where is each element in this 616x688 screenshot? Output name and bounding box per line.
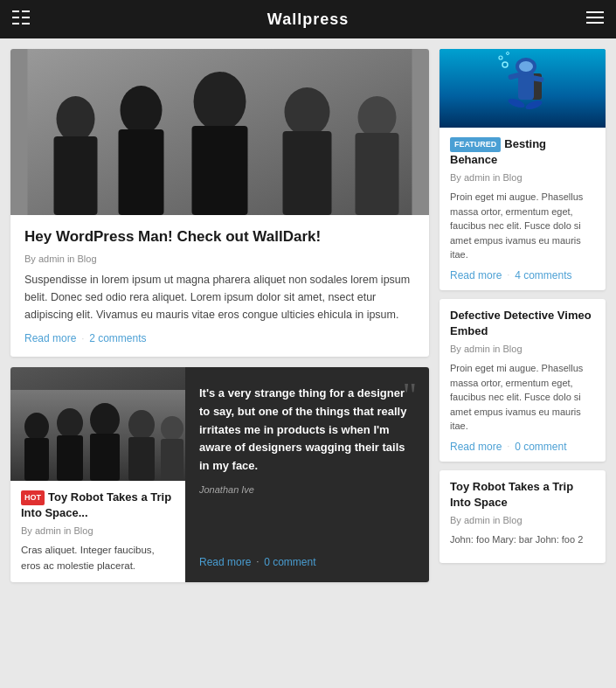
right-card-2-excerpt: Proin eget mi augue. Phasellus massa ort… [450, 361, 595, 434]
svg-point-38 [519, 61, 533, 72]
header: Wallpress [0, 0, 616, 38]
right-card-3-body: Toy Robot Takes a Trip Into Space By adm… [440, 470, 606, 563]
quote-text: It's a very strange thing for a designer… [199, 385, 415, 476]
video-card: 🔊 HOTToy Robot Takes a Trip Into Space..… [10, 367, 185, 582]
quote-author: Jonathan Ive [199, 484, 415, 495]
svg-point-13 [121, 86, 163, 135]
svg-point-31 [161, 416, 183, 441]
right-card-image [440, 49, 606, 128]
svg-rect-30 [128, 437, 155, 481]
right-column: FEATUREDBesting Behance By admin in Blog… [440, 49, 606, 582]
quote-links: Read more · 0 comment [199, 556, 415, 568]
svg-rect-18 [283, 131, 332, 215]
right-card-1-links: Read more · 4 comments [450, 269, 595, 281]
right-card-featured: FEATUREDBesting Behance By admin in Blog… [440, 49, 606, 290]
svg-point-17 [285, 87, 330, 136]
svg-rect-0 [12, 10, 19, 12]
right-card-1-meta: By admin in Blog [450, 172, 595, 183]
quote-mark-icon: " [403, 378, 417, 413]
svg-rect-12 [54, 136, 98, 215]
quote-card: " It's a very strange thing for a design… [185, 367, 429, 582]
svg-rect-24 [24, 438, 49, 481]
main-content: Hey WordPress Man! Check out WallDark! B… [0, 38, 616, 593]
svg-point-15 [194, 72, 246, 131]
right-card-1-comments[interactable]: 4 comments [515, 269, 571, 281]
band-image [10, 49, 429, 215]
right-card-1-read-more[interactable]: Read more [450, 269, 502, 281]
menu-button[interactable] [586, 11, 604, 27]
svg-point-29 [128, 410, 155, 440]
video-image [10, 367, 185, 481]
dot-separator: · [81, 334, 84, 344]
svg-rect-14 [119, 129, 164, 215]
main-card-body: Hey WordPress Man! Check out WallDark! B… [10, 215, 429, 357]
right-card-3-title: Toy Robot Takes a Trip Into Space [450, 479, 595, 511]
svg-point-11 [57, 96, 95, 142]
svg-rect-3 [22, 10, 30, 12]
svg-rect-28 [90, 434, 120, 481]
video-card-title: HOTToy Robot Takes a Trip Into Space... [21, 490, 175, 521]
right-card-1-excerpt: Proin eget mi augue. Phasellus massa ort… [450, 190, 595, 262]
svg-rect-8 [586, 22, 604, 24]
hot-badge: HOT [21, 490, 45, 505]
svg-rect-2 [12, 23, 19, 24]
left-column: Hey WordPress Man! Check out WallDark! B… [10, 49, 429, 582]
video-thumbnail: 🔊 [10, 367, 185, 481]
svg-rect-26 [57, 435, 83, 481]
svg-rect-20 [356, 133, 399, 215]
main-comments-link[interactable]: 2 comments [89, 332, 146, 344]
main-card-title: Hey WordPress Man! Check out WallDark! [24, 227, 415, 247]
right-card-3: Toy Robot Takes a Trip Into Space By adm… [440, 470, 606, 563]
quote-comments-link[interactable]: 0 comment [264, 556, 315, 568]
video-card-meta: By admin in Blog [21, 525, 175, 536]
svg-rect-36 [518, 72, 534, 100]
quote-content: It's a very strange thing for a designer… [199, 385, 415, 505]
svg-point-27 [90, 403, 120, 436]
svg-point-19 [358, 96, 397, 138]
main-featured-card: Hey WordPress Man! Check out WallDark! B… [10, 49, 429, 357]
right-card-2-body: Defective Detective Vimeo Embed By admin… [440, 299, 606, 462]
quote-dot-separator: · [256, 557, 259, 566]
right-card-2-comments[interactable]: 0 comment [515, 441, 566, 453]
right-card-2-links: Read more · 0 comment [450, 441, 595, 453]
video-card-body: HOTToy Robot Takes a Trip Into Space... … [10, 481, 185, 582]
main-card-links: Read more · 2 comments [24, 332, 415, 344]
sidebar-toggle-button[interactable] [12, 10, 30, 28]
right-card-3-excerpt: John: foo Mary: bar John: foo 2 [450, 532, 595, 547]
svg-rect-32 [161, 439, 183, 481]
right-card-1-body: FEATUREDBesting Behance By admin in Blog… [440, 128, 606, 290]
main-card-meta: By admin in Blog [24, 254, 415, 264]
svg-rect-4 [22, 17, 30, 18]
quote-read-more-link[interactable]: Read more [199, 556, 251, 568]
svg-rect-16 [192, 126, 248, 215]
svg-rect-6 [586, 11, 604, 13]
bottom-left-row: 🔊 HOTToy Robot Takes a Trip Into Space..… [10, 367, 429, 582]
featured-badge: FEATURED [450, 137, 501, 152]
right-card-2-read-more[interactable]: Read more [450, 441, 502, 453]
svg-rect-1 [12, 17, 19, 18]
right-card-2-title: Defective Detective Vimeo Embed [450, 308, 595, 339]
right-card-2-meta: By admin in Blog [450, 344, 595, 354]
main-read-more-link[interactable]: Read more [24, 332, 76, 344]
svg-point-23 [24, 413, 49, 441]
video-card-excerpt: Cras aliquet. Integer faucibus, eros ac … [21, 543, 175, 573]
right-card-2: Defective Detective Vimeo Embed By admin… [440, 299, 606, 462]
right-card-1-title: FEATUREDBesting Behance [450, 136, 595, 168]
main-card-excerpt: Suspendisse in lorem ipsum ut magna phar… [24, 271, 415, 323]
svg-rect-5 [22, 23, 30, 24]
svg-rect-7 [586, 17, 604, 18]
right-card-3-meta: By admin in Blog [450, 515, 595, 525]
svg-point-25 [57, 408, 83, 438]
site-title: Wallpress [267, 10, 349, 29]
